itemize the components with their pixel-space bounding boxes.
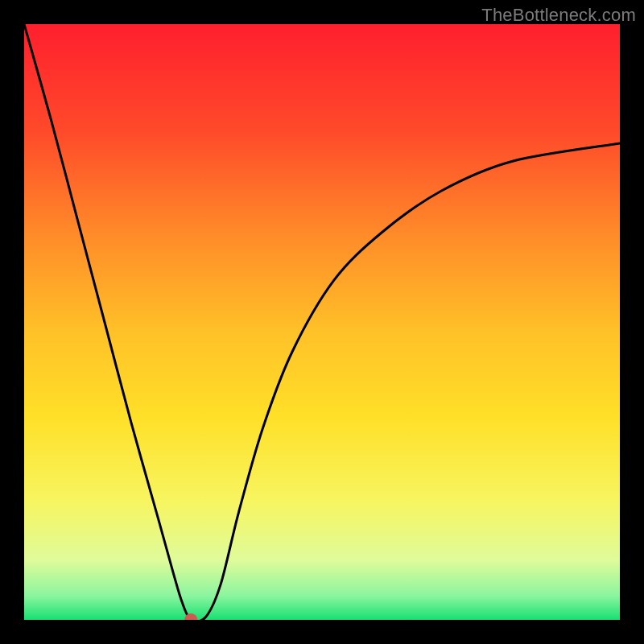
attribution-text: TheBottleneck.com <box>481 5 636 26</box>
gradient-background <box>24 24 620 620</box>
chart-frame <box>24 24 620 620</box>
bottleneck-chart <box>24 24 620 620</box>
